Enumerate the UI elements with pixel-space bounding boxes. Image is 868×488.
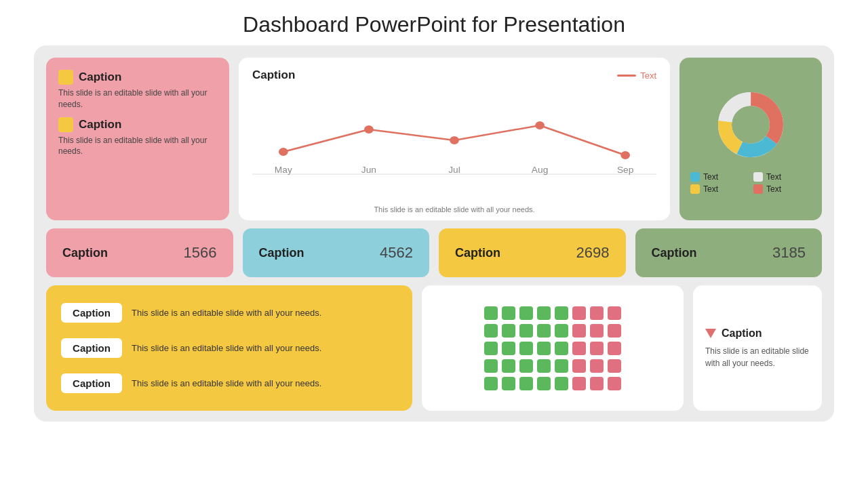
- list-text-2: This slide is an editable slide with all…: [132, 343, 321, 353]
- dot-cell: [590, 377, 604, 390]
- dot-cell: [608, 377, 621, 390]
- dot-cell: [590, 359, 604, 373]
- stat-card-blue: Caption 4562: [243, 228, 430, 277]
- dot-cell: [502, 306, 515, 320]
- svg-text:Jun: Jun: [361, 165, 376, 175]
- chart-area: May Jun Jul Aug Sep: [252, 86, 656, 203]
- list-row-2: Caption This slide is an editable slide …: [61, 338, 397, 358]
- legend-swatch-white: [753, 172, 763, 182]
- dot-cell: [519, 342, 533, 355]
- chart-legend-label: Text: [640, 70, 656, 81]
- dashboard-container: Caption This slide is an editable slide …: [34, 45, 834, 422]
- stat-label-4: Caption: [652, 246, 697, 260]
- dot-cell: [502, 359, 515, 373]
- legend-text-4: Text: [766, 184, 781, 194]
- dot-cell: [484, 377, 498, 390]
- stat-value-1: 1566: [184, 244, 217, 262]
- svg-point-16: [733, 107, 768, 142]
- yellow-square-icon-2: [58, 117, 73, 132]
- legend-item-3: Text: [690, 184, 748, 194]
- dot-cell: [537, 306, 551, 320]
- dot-cell: [519, 306, 533, 320]
- legend-swatch-yellow: [690, 184, 700, 194]
- list-row-3: Caption This slide is an editable slide …: [61, 373, 397, 393]
- stat-label-3: Caption: [455, 246, 500, 260]
- legend-text-1: Text: [703, 172, 718, 182]
- dot-cell: [484, 306, 498, 320]
- stat-card-yellow: Caption 2698: [439, 228, 626, 277]
- stat-value-2: 4562: [380, 244, 413, 262]
- chart-footer: This slide is an editable slide with all…: [252, 205, 656, 214]
- svg-text:Jul: Jul: [448, 165, 460, 175]
- chart-legend: Text: [617, 70, 656, 81]
- dots-grid-card: [422, 285, 684, 411]
- svg-point-4: [535, 121, 545, 129]
- stat-card-pink: Caption 1566: [46, 228, 233, 277]
- dot-cell: [590, 342, 604, 355]
- caption-label-1: Caption: [79, 70, 121, 84]
- caption-right-title-row: Caption: [705, 327, 810, 340]
- legend-item-1: Text: [690, 172, 748, 182]
- dot-cell: [519, 359, 533, 373]
- donut-chart-card: Text Text Text Text: [679, 58, 822, 220]
- svg-point-1: [279, 148, 288, 156]
- list-text-1: This slide is an editable slide with all…: [132, 308, 321, 318]
- dots-grid: [484, 306, 621, 390]
- stat-card-green: Caption 3185: [635, 228, 823, 277]
- dot-cell: [502, 324, 515, 338]
- svg-point-5: [620, 151, 630, 159]
- dot-cell: [555, 306, 568, 320]
- donut-legend: Text Text Text Text: [686, 172, 815, 194]
- dot-cell: [590, 324, 604, 338]
- list-row-1: Caption This slide is an editable slide …: [61, 303, 397, 323]
- donut-chart: [710, 84, 791, 165]
- dot-cell: [572, 342, 586, 355]
- caption-right-card: Caption This slide is an editable slide …: [693, 285, 822, 411]
- caption-right-text: This slide is an editable slide with all…: [705, 345, 810, 369]
- triangle-icon: [705, 329, 716, 338]
- chart-title: Caption: [252, 68, 295, 82]
- yellow-list-card: Caption This slide is an editable slide …: [46, 285, 412, 411]
- list-text-3: This slide is an editable slide with all…: [132, 378, 321, 388]
- dot-cell: [572, 377, 586, 390]
- dot-cell: [502, 342, 515, 355]
- dot-cell: [537, 377, 551, 390]
- dot-cell: [537, 359, 551, 373]
- dot-cell: [519, 324, 533, 338]
- dot-cell: [555, 342, 568, 355]
- list-label-box-1: Caption: [61, 303, 122, 323]
- dot-cell: [537, 324, 551, 338]
- dot-cell: [572, 359, 586, 373]
- legend-swatch-red: [753, 184, 763, 194]
- legend-swatch-blue: [690, 172, 700, 182]
- dot-cell: [572, 306, 586, 320]
- caption-text-1: This slide is an editable slide with all…: [58, 87, 217, 110]
- row2-stat-cards: Caption 1566 Caption 4562 Caption 2698 C…: [46, 228, 822, 277]
- stat-label-2: Caption: [259, 246, 304, 260]
- stat-label-1: Caption: [62, 246, 108, 260]
- stat-value-4: 3185: [772, 244, 806, 262]
- dot-cell: [537, 342, 551, 355]
- caption-label-2: Caption: [79, 118, 121, 131]
- legend-item-4: Text: [753, 184, 811, 194]
- dot-cell: [572, 324, 586, 338]
- dot-cell: [484, 324, 498, 338]
- svg-text:Aug: Aug: [532, 165, 548, 175]
- line-chart-card: Caption Text: [239, 58, 670, 220]
- dot-cell: [590, 306, 604, 320]
- dot-cell: [519, 377, 533, 390]
- row3: Caption This slide is an editable slide …: [46, 285, 822, 411]
- list-label-box-2: Caption: [61, 338, 122, 358]
- row1: Caption This slide is an editable slide …: [46, 58, 822, 220]
- dot-cell: [608, 324, 621, 338]
- dot-cell: [608, 342, 621, 355]
- chart-header: Caption Text: [252, 68, 656, 82]
- dot-cell: [608, 359, 621, 373]
- caption-item-2: Caption This slide is an editable slide …: [58, 117, 217, 158]
- dot-cell: [484, 342, 498, 355]
- stat-value-3: 2698: [576, 244, 610, 262]
- legend-item-2: Text: [753, 172, 811, 182]
- caption-item-1: Caption This slide is an editable slide …: [58, 70, 217, 110]
- dot-cell: [502, 377, 515, 390]
- legend-text-2: Text: [766, 172, 781, 182]
